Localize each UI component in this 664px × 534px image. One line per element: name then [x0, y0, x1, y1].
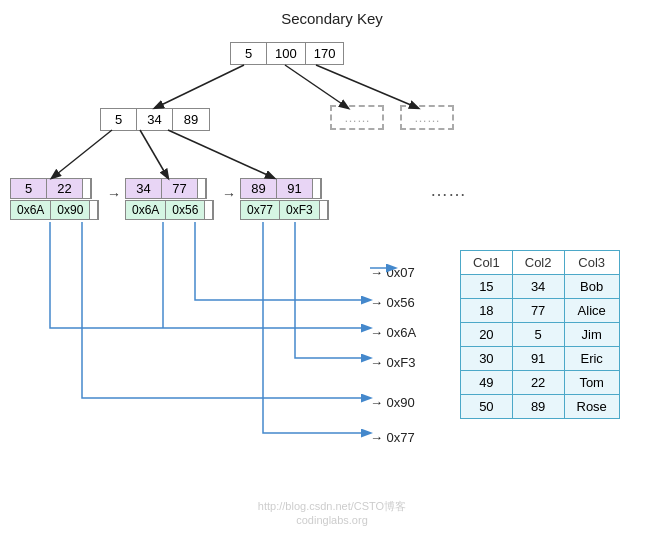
- cell-r5c2: 22: [512, 371, 564, 395]
- leaf1-key-1: 5: [11, 179, 47, 198]
- cell-r2c1: 18: [461, 299, 513, 323]
- leaf-node-2: 34 77: [125, 178, 207, 199]
- level2-node: 5 34 89: [100, 108, 210, 131]
- leaf3-ptr-2: 0xF3: [280, 201, 320, 219]
- cell-r1c3: Bob: [564, 275, 619, 299]
- table-row: 50 89 Rose: [461, 395, 620, 419]
- table-row: 18 77 Alice: [461, 299, 620, 323]
- table-row: 20 5 Jim: [461, 323, 620, 347]
- cell-r1c2: 34: [512, 275, 564, 299]
- svg-line-4: [140, 130, 168, 178]
- l2-cell-3: 89: [173, 109, 209, 130]
- leaf2-next-arrow: →: [222, 186, 236, 202]
- cell-r1c1: 15: [461, 275, 513, 299]
- leaf1-ptr-1: 0x6A: [11, 201, 51, 219]
- cell-r4c1: 30: [461, 347, 513, 371]
- page-title: Secondary Key: [0, 0, 664, 27]
- leaf-node-3-ptrs: 0x77 0xF3: [240, 200, 329, 220]
- ptr-label-0x6A: → 0x6A: [370, 325, 416, 340]
- leaf-node-2-ptrs: 0x6A 0x56: [125, 200, 214, 220]
- leaf-node-1: 5 22: [10, 178, 92, 199]
- ptr-label-0x56: → 0x56: [370, 295, 415, 310]
- cell-r6c3: Rose: [564, 395, 619, 419]
- leaf-node-3: 89 91: [240, 178, 322, 199]
- leaf2-ptr-2: 0x56: [166, 201, 205, 219]
- leaf-node-1-ptrs: 0x6A 0x90: [10, 200, 99, 220]
- root-cell-2: 100: [267, 43, 306, 64]
- cell-r4c2: 91: [512, 347, 564, 371]
- dashed-node-2: ……: [400, 105, 454, 130]
- root-cell-1: 5: [231, 43, 267, 64]
- cell-r6c2: 89: [512, 395, 564, 419]
- cell-r2c3: Alice: [564, 299, 619, 323]
- watermark: http://blog.csdn.net/CSTO博客 codinglabs.o…: [258, 499, 406, 526]
- l2-cell-1: 5: [101, 109, 137, 130]
- leaf3-key-2: 91: [277, 179, 313, 198]
- ptr-label-0x07: → 0x07: [370, 265, 415, 280]
- svg-line-3: [52, 130, 112, 178]
- leaf3-ptr-1: 0x77: [241, 201, 280, 219]
- root-cell-3: 170: [306, 43, 344, 64]
- dashed-node-1: ……: [330, 105, 384, 130]
- leaf3-key-1: 89: [241, 179, 277, 198]
- cell-r3c1: 20: [461, 323, 513, 347]
- root-node: 5 100 170: [230, 42, 344, 65]
- col-header-2: Col2: [512, 251, 564, 275]
- svg-line-2: [316, 65, 418, 108]
- cell-r6c1: 50: [461, 395, 513, 419]
- cell-r3c2: 5: [512, 323, 564, 347]
- leaf2-key-2: 77: [162, 179, 198, 198]
- dots-middle: ……: [430, 180, 466, 201]
- cell-r5c3: Tom: [564, 371, 619, 395]
- table-row: 49 22 Tom: [461, 371, 620, 395]
- table-row: 15 34 Bob: [461, 275, 620, 299]
- col-header-3: Col3: [564, 251, 619, 275]
- cell-r5c1: 49: [461, 371, 513, 395]
- cell-r3c3: Jim: [564, 323, 619, 347]
- leaf1-ptr-2: 0x90: [51, 201, 90, 219]
- svg-line-5: [168, 130, 274, 178]
- leaf1-next-arrow: →: [107, 186, 121, 202]
- l2-cell-2: 34: [137, 109, 173, 130]
- ptr-label-0x90: → 0x90: [370, 395, 415, 410]
- leaf2-ptr-1: 0x6A: [126, 201, 166, 219]
- svg-line-0: [155, 65, 244, 108]
- col-header-1: Col1: [461, 251, 513, 275]
- ptr-label-0xF3: → 0xF3: [370, 355, 416, 370]
- leaf1-key-2: 22: [47, 179, 83, 198]
- svg-line-1: [285, 65, 348, 108]
- ptr-label-0x77: → 0x77: [370, 430, 415, 445]
- leaf2-key-1: 34: [126, 179, 162, 198]
- cell-r2c2: 77: [512, 299, 564, 323]
- data-table: Col1 Col2 Col3 15 34 Bob 18 77 Alice 20 …: [460, 250, 620, 419]
- cell-r4c3: Eric: [564, 347, 619, 371]
- table-row: 30 91 Eric: [461, 347, 620, 371]
